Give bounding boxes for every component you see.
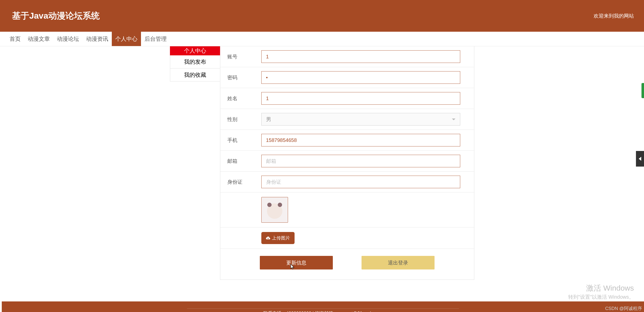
sidebar: 个人中心 我的发布 我的收藏	[170, 46, 220, 280]
nav-news[interactable]: 动漫资讯	[83, 32, 112, 46]
nav-admin[interactable]: 后台管理	[141, 32, 170, 46]
avatar-image[interactable]	[261, 197, 288, 223]
windows-activate-title: 激活 Windows	[586, 283, 634, 293]
logout-button[interactable]: 退出登录	[362, 256, 435, 269]
input-email[interactable]	[261, 155, 460, 167]
upload-row: 上传图片	[220, 227, 474, 249]
csdn-watermark: CSDN @阿诚程序	[605, 305, 642, 311]
avatar-row	[220, 192, 474, 227]
label-idcard: 身份证	[227, 179, 261, 185]
main-nav: 首页 动漫文章 动漫论坛 动漫资讯 个人中心 后台管理	[0, 32, 644, 46]
upload-button[interactable]: 上传图片	[261, 232, 295, 244]
header: 基于Java动漫论坛系统 欢迎来到我的网站	[0, 0, 644, 32]
input-phone[interactable]	[261, 134, 460, 146]
update-button[interactable]: 更新信息	[260, 256, 333, 269]
welcome-text[interactable]: 欢迎来到我的网站	[594, 13, 634, 19]
profile-form: 账号 密码 姓名 性别 男 手机 邮箱 身份证	[220, 46, 474, 280]
label-phone: 手机	[227, 137, 261, 144]
footer-text: 联系电话：4008000000 | 咨询邮箱：support@21epub.co…	[187, 308, 459, 312]
cloud-upload-icon	[266, 236, 270, 240]
side-drawer-toggle[interactable]	[636, 151, 644, 167]
button-row: 更新信息 退出登录	[220, 249, 474, 280]
nav-articles[interactable]: 动漫文章	[24, 32, 53, 46]
content: 个人中心 我的发布 我的收藏 账号 密码 姓名 性别 男 手机 邮箱	[0, 46, 644, 280]
nav-forum[interactable]: 动漫论坛	[53, 32, 83, 46]
nav-profile[interactable]: 个人中心	[112, 32, 141, 46]
label-gender: 性别	[227, 116, 261, 123]
footer: 联系电话：4008000000 | 咨询邮箱：support@21epub.co…	[2, 301, 644, 312]
side-indicator-green	[641, 83, 644, 98]
site-title: 基于Java动漫论坛系统	[12, 10, 100, 22]
select-gender-value: 男	[266, 116, 271, 123]
label-email: 邮箱	[227, 158, 261, 165]
sidebar-item-favs[interactable]: 我的收藏	[170, 68, 220, 82]
select-gender[interactable]: 男	[261, 113, 460, 126]
nav-home[interactable]: 首页	[6, 32, 24, 46]
label-password: 密码	[227, 74, 261, 81]
label-account: 账号	[227, 53, 261, 60]
label-name: 姓名	[227, 95, 261, 102]
input-password[interactable]	[261, 71, 460, 84]
input-name[interactable]	[261, 92, 460, 105]
upload-label: 上传图片	[272, 235, 290, 241]
sidebar-item-posts[interactable]: 我的发布	[170, 55, 220, 68]
input-account[interactable]	[261, 50, 460, 63]
sidebar-item-profile[interactable]: 个人中心	[170, 46, 220, 55]
windows-activate-sub: 转到"设置"以激活 Windows。	[568, 294, 634, 300]
chevron-down-icon	[452, 119, 455, 120]
input-idcard[interactable]	[261, 176, 460, 188]
